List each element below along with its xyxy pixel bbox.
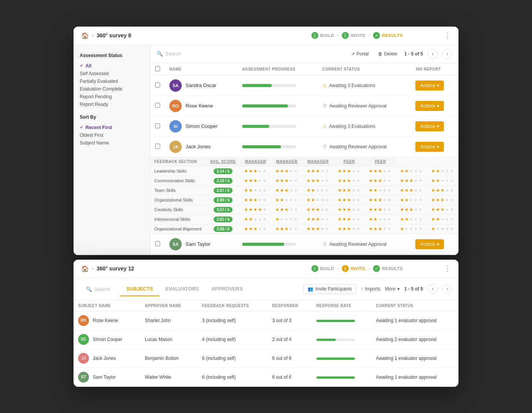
filter-partially[interactable]: Partially Evaluated [80,77,144,85]
avatar: SI [169,120,182,133]
star-rating: ★★★★★ [306,207,330,212]
select-all-checkbox[interactable] [155,66,160,71]
actions-chevron-icon: ▾ [437,124,439,129]
actions-button[interactable]: Actions ▾ [415,121,443,131]
rating-cell: ★★★★★ [427,224,458,233]
current-status-cell: Awaiting 1 evaluator approval [371,311,458,330]
row-checkbox[interactable] [155,82,160,87]
list-item: Leadership Skills 3.14 / 5 ★★★★★★★★★★★★★… [151,166,458,176]
step-results: ✓ RESULTS [373,32,403,39]
th-report: 360 REPORT [411,63,458,76]
sort-recent[interactable]: ✓ Recent First [80,124,144,131]
table-row: RO Rose Keene ⏱ Awaiting Reviewer Approv… [151,96,458,116]
top-nav-1: 🏠 › 360° survey 8 1 BUILD › 2 INVITE › ✓… [74,27,458,45]
delete-label: Delete [384,51,398,57]
avatar: RO [169,100,182,112]
row-checkbox[interactable] [155,103,160,108]
home-icon-2[interactable]: 🏠 [81,265,89,272]
progress-bar [242,125,296,128]
imports-button[interactable]: ↑ Imports [361,286,380,292]
row-checkbox[interactable] [155,144,160,149]
star-rating: ★★★★★ [369,188,392,193]
star-rating: ★★★★★ [369,168,392,174]
row-checkbox[interactable] [155,241,160,246]
filter-self-assessed[interactable]: Self Assessed [80,70,144,77]
name-cell: RO Rose Keene [165,96,238,116]
delete-icon: 🗑 [378,51,383,57]
filter-eval-complete[interactable]: Evaluation Complete [80,85,144,93]
step2-results: ✓ RESULTS [373,265,403,272]
prev-page-button-2[interactable]: ‹ [428,284,438,294]
sort-name[interactable]: Subject Name [80,139,144,147]
step-invite-num: 2 [342,32,349,39]
progress-fill [242,145,281,148]
rating-cell: ★★★★★ [365,214,396,224]
rating-cell: ★★★★★ [427,195,458,205]
actions-chevron-icon: ▾ [437,242,439,247]
row-checkbox[interactable] [155,123,160,128]
tab-approvers[interactable]: APPROVERS [205,282,249,296]
actions-button[interactable]: Actions ▾ [415,142,443,152]
next-page-button-2[interactable]: › [442,284,452,294]
home-icon[interactable]: 🏠 [81,32,89,39]
tab-evaluators[interactable]: EVALUATORS [159,282,205,296]
pagination-info-2: 1 - 5 of 5 [404,286,423,292]
rating-cell: ★★★★★ [303,224,334,233]
portal-button[interactable]: ↗ Portal [349,50,371,58]
subject-name: Rose Keene [186,103,213,109]
rating-cell: ★★★★★ [271,185,303,195]
more-options-icon[interactable]: ⋮ [444,31,451,40]
section-name: Interpersonal Skills [151,214,206,224]
row-checkbox-cell [151,234,165,254]
delete-button[interactable]: 🗑 Delete [376,50,400,58]
list-item: Team Skills 2.67 / 5 ★★★★★★★★★★★★★★★★★★★… [151,185,458,195]
actions-button[interactable]: Actions ▾ [415,239,443,249]
rating-cell: ★★★★★ [396,214,427,224]
star-rating: ★★★★★ [369,207,392,212]
results-table-container: NAME ASSESSMENT PROGRESS CURRENT STATUS … [151,63,458,255]
subjects-tbody: RK Rose Keene Sharlet John 3 (including … [74,311,458,386]
score-badge: 2.90 / 5 [214,197,233,203]
star-rating: ★★★★★ [338,188,361,193]
search-placeholder[interactable]: Search [165,51,181,57]
filter-report-pending[interactable]: Report Pending [80,93,144,101]
rating-cell: ★★★★★ [240,176,271,185]
step2-results-label: RESULTS [382,266,403,271]
sort-oldest[interactable]: Oldest First [80,131,144,139]
breadcrumb-chevron: › [92,33,94,38]
tab-search[interactable]: 🔍 Search [80,282,116,296]
filter-all[interactable]: ✓ All [80,62,144,70]
prev-page-button[interactable]: ‹ [428,49,438,59]
results-table: NAME ASSESSMENT PROGRESS CURRENT STATUS … [151,63,458,255]
star-rating: ★★★★★ [338,197,361,203]
table-row: JJ Jack Jones Benjamin Button 6 (includi… [74,349,458,368]
th-feedback-requests: FEEDBACK REQUESTS [197,301,268,311]
rating-cell: ★★★★★ [303,205,334,214]
filter-partially-label: Partially Evaluated [80,79,118,84]
table-row: SC Simon Cooper Lucas Mason 4 (including… [74,330,458,349]
rating-cell: ★★★★★ [334,224,365,233]
next-page-button[interactable]: › [442,49,452,59]
more-label: More [385,286,395,292]
expanded-header-row: Feedback Section Avg. Score Manager Mana… [151,157,458,166]
actions-button[interactable]: Actions ▾ [415,101,443,111]
warning-icon: ⚠ [323,124,327,129]
star-rating: ★★★★★ [338,168,361,174]
more-button[interactable]: More ▾ [385,286,400,292]
response-rate-cell [312,368,371,386]
name-cell: JA Jack Jones [165,136,238,157]
actions-button[interactable]: Actions ▾ [415,81,443,91]
status-text: Awaiting Reviewer Approval [330,103,387,109]
clock-icon: ⏱ [323,103,327,109]
invite-participants-button[interactable]: 👥 Invite Participants [303,284,356,294]
subject-name: Sam Taylor [93,374,116,380]
star-rating: ★★★★★ [400,226,423,232]
warning-icon: ⚠ [323,83,327,88]
list-item: Creativity Skills 3.57 / 5 ★★★★★★★★★★★★★… [151,205,458,214]
filter-report-ready[interactable]: Report Ready [80,101,144,108]
sort-section: Sort By ✓ Recent First Oldest First Subj… [80,114,144,147]
more-options-icon-2[interactable]: ⋮ [444,264,451,273]
tab-subjects[interactable]: SUBJECTS [120,282,159,296]
status-text: Awaiting 3 Evaluations [329,83,376,88]
search-label-2: Search [94,286,110,292]
